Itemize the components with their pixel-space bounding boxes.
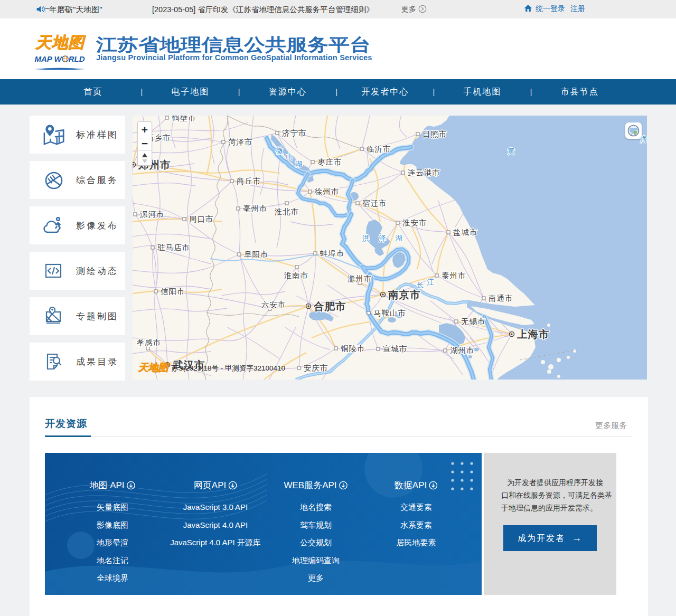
svg-text:江: 江 <box>427 278 434 286</box>
svg-text:安庆市: 安庆市 <box>304 364 328 372</box>
svg-text:滁州市: 滁州市 <box>348 274 372 283</box>
svg-text:合肥市: 合肥市 <box>313 300 346 312</box>
svg-text:漯河市: 漯河市 <box>140 210 165 219</box>
svg-text:周口市: 周口市 <box>189 215 214 223</box>
svg-text:马鞍山市: 马鞍山市 <box>373 309 406 317</box>
svg-text:山: 山 <box>286 153 293 160</box>
svg-text:阜阳市: 阜阳市 <box>244 250 269 259</box>
svg-text:枣庄市: 枣庄市 <box>317 158 342 166</box>
svg-text:日照市: 日照市 <box>422 130 447 138</box>
svg-text:临沂市: 临沂市 <box>367 145 391 153</box>
svg-text:驻马店市: 驻马店市 <box>157 243 190 252</box>
svg-text:济宁市: 济宁市 <box>282 129 307 137</box>
svg-text:湖: 湖 <box>295 160 303 168</box>
svg-text:商丘市: 商丘市 <box>237 177 261 185</box>
svg-text:洪 泽 湖: 洪 泽 湖 <box>362 234 406 242</box>
svg-text:长: 长 <box>417 281 424 289</box>
svg-text:泰州市: 泰州市 <box>442 271 466 280</box>
svg-text:孝感市: 孝感市 <box>137 338 162 347</box>
svg-text:上海市: 上海市 <box>517 328 550 340</box>
svg-text:盐城市: 盐城市 <box>453 228 478 236</box>
svg-text:鹤壁市: 鹤壁市 <box>172 116 196 122</box>
svg-text:亳州市: 亳州市 <box>243 204 268 213</box>
svg-text:徐州市: 徐州市 <box>315 187 340 196</box>
svg-text:信阳市: 信阳市 <box>160 287 185 296</box>
svg-text:宣城市: 宣城市 <box>383 345 408 353</box>
svg-text:淮南市: 淮南市 <box>284 271 309 280</box>
svg-text:连云港市: 连云港市 <box>408 168 440 177</box>
svg-text:宿迁市: 宿迁市 <box>362 199 387 207</box>
svg-text:南通市: 南通市 <box>489 294 513 302</box>
svg-text:铜陵市: 铜陵市 <box>341 344 365 353</box>
svg-text:微: 微 <box>276 147 283 155</box>
svg-text:湖州市: 湖州市 <box>450 346 475 355</box>
svg-text:六安市: 六安市 <box>261 300 286 309</box>
svg-text:无锡市: 无锡市 <box>461 317 486 326</box>
svg-text:蚌埠市: 蚌埠市 <box>320 249 345 258</box>
svg-text:黄: 黄 <box>508 147 515 155</box>
svg-text:淮安市: 淮安市 <box>402 219 427 227</box>
svg-text:菏泽市: 菏泽市 <box>228 138 253 146</box>
svg-text:淮北市: 淮北市 <box>275 207 299 216</box>
svg-text:南京市: 南京市 <box>388 289 421 300</box>
